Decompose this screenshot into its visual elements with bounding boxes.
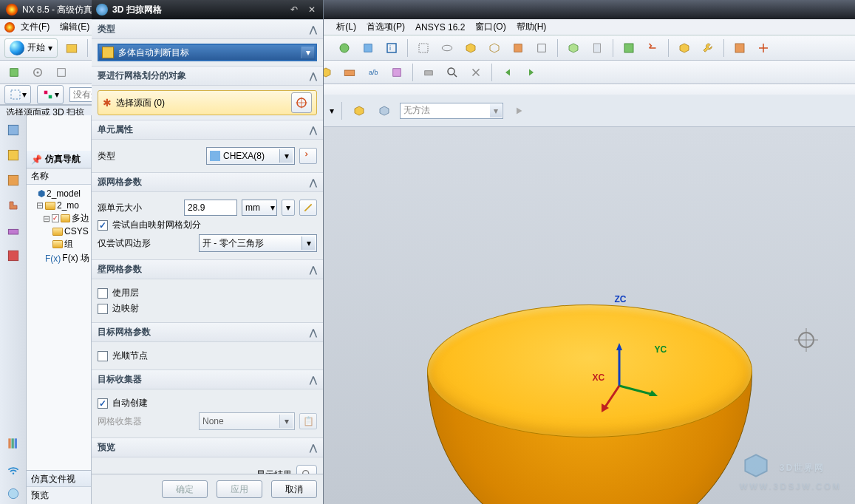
quad-only-combo[interactable]: 开 - 零个三角形 ▾ [199, 234, 317, 252]
tree-item[interactable]: 组 [28, 237, 89, 251]
cube-wire-icon[interactable] [375, 101, 394, 120]
svg-rect-8 [538, 44, 546, 52]
type-combo[interactable]: 多体自动判断目标 ▾ [98, 44, 317, 61]
toolbar-icon[interactable] [340, 63, 359, 82]
toolbar-icon[interactable] [4, 63, 24, 82]
toolbar-wrench-icon[interactable] [698, 38, 718, 58]
try-free-checkbox[interactable]: ✓ [98, 220, 108, 231]
section-element-header[interactable]: 单元属性⋀ [92, 120, 323, 140]
toolbar-icon[interactable] [643, 38, 662, 58]
smooth-nodes-checkbox[interactable] [98, 351, 108, 361]
source-size-input[interactable]: 28.9 [184, 200, 237, 216]
auto-create-checkbox[interactable]: ✓ [98, 398, 108, 409]
nav-icon[interactable] [3, 220, 24, 241]
section-target-params-header[interactable]: 目标网格参数⋀ [92, 322, 323, 342]
graphics-viewport[interactable]: ZC YC XC 3D世界网 WWW.3DSJW.COM [324, 127, 855, 504]
stepper-icon[interactable]: ▾ [282, 200, 295, 216]
toolbar-icon[interactable] [619, 38, 638, 58]
tree-item[interactable]: F(x)F(x) 场 [28, 251, 89, 265]
section-type-header[interactable]: 类型⋀ [92, 19, 323, 39]
nav-icon[interactable] [3, 145, 24, 166]
toolbar-icon[interactable] [414, 38, 433, 58]
element-type-combo[interactable]: CHEXA(8) ▾ [206, 147, 295, 165]
toolbar-icon[interactable] [730, 38, 749, 58]
toolbar-icon[interactable] [437, 38, 457, 58]
model-hemisphere[interactable] [427, 304, 752, 504]
select-source-face[interactable]: ✱ 选择源面 (0) [98, 90, 317, 115]
section-object-header[interactable]: 要进行网格划分的对象⋀ [92, 66, 323, 86]
nav-icon[interactable] [3, 195, 24, 216]
toolbar-icon[interactable] [358, 38, 378, 58]
navigator-footer[interactable]: 仿真文件视 [27, 470, 91, 488]
tree-root[interactable]: ⬢2_model [28, 188, 89, 200]
toolbar-icon[interactable] [587, 38, 607, 58]
toolbar-icon[interactable] [508, 38, 528, 58]
nav-icon[interactable] [3, 245, 24, 266]
menu-preferences[interactable]: 首选项(P) [362, 19, 409, 35]
nav-icon[interactable] [3, 120, 24, 140]
toolbar-icon[interactable] [675, 38, 694, 58]
toolbar-icon[interactable] [387, 63, 406, 82]
toolbar-icon[interactable] [754, 38, 773, 58]
menu-ansys[interactable]: ANSYS 16.2 [411, 21, 469, 34]
dialog-titlebar[interactable]: 3D 扫掠网格 ↶ ✕ [92, 0, 323, 19]
svg-point-34 [8, 488, 18, 498]
chevron-down-icon[interactable]: ▾ [330, 106, 334, 116]
nav-icon[interactable] [3, 170, 24, 191]
apply-button[interactable]: 应用 [217, 480, 262, 498]
toolbar-cube-icon[interactable] [461, 38, 480, 58]
toolbar-icon[interactable] [52, 63, 71, 82]
menu-analyze[interactable]: 析(L) [332, 19, 361, 35]
measure-icon[interactable] [299, 200, 317, 216]
selection-filter-button[interactable]: ▾ [37, 85, 64, 104]
navigator-tree[interactable]: ⬢2_model ⊟2_mo ⊟✓多边 CSYS 组 F(x)F(x) 场 [27, 185, 91, 268]
section-collector-header[interactable]: 目标收集器⋀ [92, 370, 323, 389]
method-combo[interactable]: 无方法 ▾ [400, 103, 503, 119]
section-wall-params-header[interactable]: 壁网格参数⋀ [92, 259, 323, 279]
toolbar-icon[interactable]: a/b [364, 63, 383, 82]
section-preview-header[interactable]: 预览⋀ [92, 437, 323, 457]
target-icon[interactable] [291, 92, 312, 113]
ok-button[interactable]: 确定 [162, 480, 208, 498]
tree-item[interactable]: CSYS [28, 225, 89, 237]
toolbar-search-icon[interactable] [443, 63, 462, 82]
toolbar-icon[interactable] [335, 38, 354, 58]
toolbar-gear-icon[interactable] [28, 63, 47, 82]
selection-mode-button[interactable]: ▾ [4, 85, 31, 104]
tree-item[interactable]: ⊟2_mo [28, 200, 89, 211]
toolbar-icon[interactable] [532, 38, 551, 58]
menu-help[interactable]: 帮助(H) [512, 19, 551, 35]
undo-icon[interactable]: ↶ [287, 3, 301, 16]
start-button[interactable]: 开始 ▾ [4, 38, 58, 58]
use-layer-checkbox[interactable] [98, 288, 108, 299]
svg-rect-22 [11, 90, 20, 99]
toolbar-icon[interactable]: i [382, 38, 401, 58]
menu-edit[interactable]: 编辑(E) [55, 19, 94, 35]
toolbar-back-icon[interactable] [498, 63, 517, 82]
menu-file[interactable]: 文件(F) [16, 19, 54, 35]
element-props-button[interactable] [299, 148, 317, 164]
cube-icon[interactable] [350, 101, 369, 120]
unit-combo[interactable]: mm▾ [242, 200, 277, 216]
preview-button[interactable] [296, 465, 317, 474]
svg-rect-27 [8, 175, 18, 185]
nav-wifi-icon[interactable] [3, 458, 24, 479]
menu-window[interactable]: 窗口(O) [471, 19, 510, 35]
section-source-params-header[interactable]: 源网格参数⋀ [92, 172, 323, 192]
toolbar-icon[interactable] [485, 38, 504, 58]
pin-icon[interactable]: 📌 [31, 154, 42, 165]
edge-map-checkbox[interactable] [98, 304, 108, 314]
play-icon[interactable] [509, 101, 528, 120]
toolbar-close-icon[interactable] [466, 63, 486, 82]
separator [613, 39, 613, 57]
toolbar-icon[interactable] [564, 38, 583, 58]
view-compass-icon[interactable] [793, 327, 820, 353]
toolbar-forward-icon[interactable] [522, 63, 541, 82]
toolbar-icon[interactable] [419, 63, 438, 82]
cancel-button[interactable]: 取消 [271, 480, 317, 498]
tree-item[interactable]: ⊟✓多边 [28, 211, 89, 225]
tool-open-icon[interactable] [62, 38, 81, 58]
nav-books-icon[interactable] [3, 433, 24, 454]
nav-icon[interactable] [3, 483, 24, 504]
close-icon[interactable]: ✕ [305, 3, 319, 16]
